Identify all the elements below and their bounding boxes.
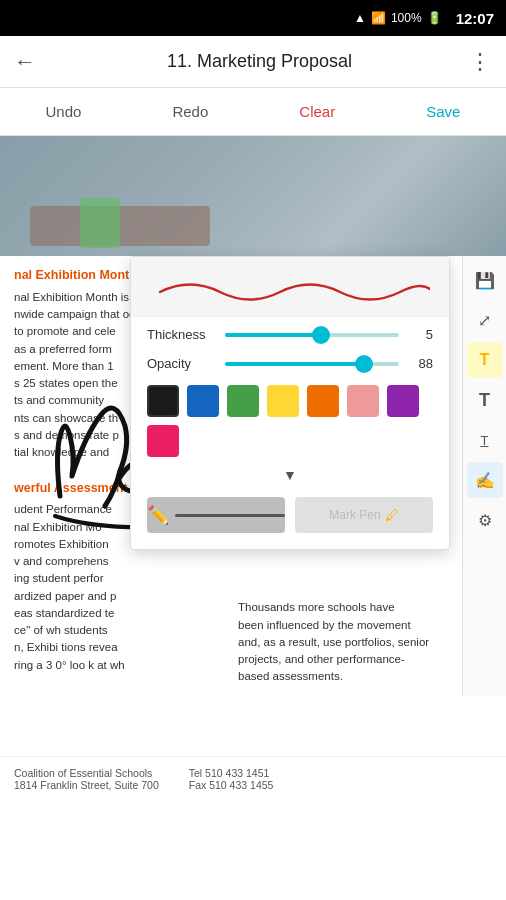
thickness-value: 5 [409,327,433,342]
opacity-thumb[interactable] [355,355,373,373]
back-button[interactable]: ← [14,49,36,75]
mark-pen-label: Mark Pen [329,508,380,522]
opacity-row: Opacity 88 [131,346,449,375]
page-title: 11. Marketing Proposal [50,51,469,72]
opacity-fill [225,362,364,366]
draw-panel: Thickness 5 Opacity 88 [130,256,450,550]
chair-shape [80,198,120,248]
opacity-track[interactable] [225,362,399,366]
battery-icon: 🔋 [427,11,442,25]
status-icons: ▲ 📶 100% 🔋 [354,11,442,25]
color-salmon[interactable] [347,385,379,417]
thickness-label: Thickness [147,327,215,342]
status-bar: ▲ 📶 100% 🔋 12:07 [0,0,506,36]
signal-icon: 📶 [371,11,386,25]
color-pink[interactable] [147,425,179,457]
footer: Coalition of Essential Schools 1814 Fran… [0,756,506,801]
table-shape [30,206,210,246]
opacity-value: 88 [409,356,433,371]
mark-pen-option[interactable]: Mark Pen 🖊 [295,497,433,533]
right-sidebar: 💾 ⤢ T T T ✍ ⚙ [462,256,506,696]
color-orange[interactable] [307,385,339,417]
footer-contact: Tel 510 433 1451 Fax 510 433 1455 [189,767,274,791]
color-purple[interactable] [387,385,419,417]
thickness-thumb[interactable] [312,326,330,344]
settings-icon[interactable]: ⚙ [467,502,503,538]
pen-draw-icon[interactable]: ✍ [467,462,503,498]
opacity-label: Opacity [147,356,215,371]
dropdown-row: ▼ [131,463,449,491]
battery-label: 100% [391,11,422,25]
content-wrapper: nal Exhibition Month nal Exhibition Mont… [0,256,506,801]
collapse-icon[interactable]: ⤢ [467,302,503,338]
undo-button[interactable]: Undo [28,95,100,128]
color-green[interactable] [227,385,259,417]
menu-button[interactable]: ⋮ [469,49,492,75]
thickness-track[interactable] [225,333,399,337]
color-yellow[interactable] [267,385,299,417]
color-blue[interactable] [187,385,219,417]
status-time: 12:07 [456,10,494,27]
pen-tool-option[interactable]: ✏️ [147,497,285,533]
draw-preview [131,257,449,317]
marker-icon: 🖊 [385,507,399,523]
tool-options-row: ✏️ Mark Pen 🖊 [131,491,449,539]
text-small-icon[interactable]: T [467,422,503,458]
header: ← 11. Marketing Proposal ⋮ [0,36,506,88]
wifi-icon: ▲ [354,11,366,25]
redo-button[interactable]: Redo [154,95,226,128]
thickness-fill [225,333,321,337]
thickness-row: Thickness 5 [131,317,449,346]
background-image [0,136,506,256]
color-row [131,375,449,463]
pen-icon: ✏️ [147,504,169,526]
action-bar: Undo Redo Clear Save [0,88,506,136]
pen-line [175,514,285,517]
save-doc-icon[interactable]: 💾 [467,262,503,298]
preview-svg [150,267,430,307]
highlight-text-icon[interactable]: T [467,342,503,378]
color-black[interactable] [147,385,179,417]
text-large-icon[interactable]: T [467,382,503,418]
save-button[interactable]: Save [408,95,478,128]
dropdown-arrow[interactable]: ▼ [283,467,297,483]
col2-schools: Thousands more schools have been influen… [238,599,448,685]
clear-button[interactable]: Clear [281,95,353,128]
footer-address: Coalition of Essential Schools 1814 Fran… [14,767,159,791]
